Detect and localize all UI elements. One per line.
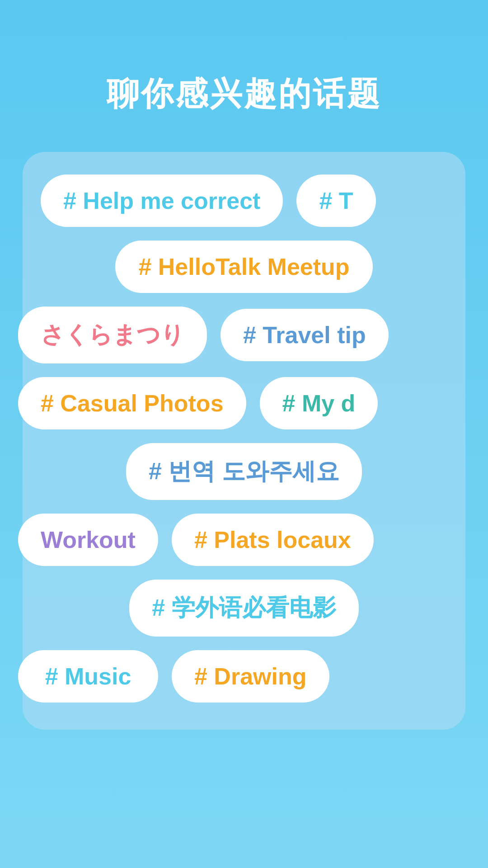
- tag-help-me-correct[interactable]: # Help me correct: [41, 175, 283, 227]
- tags-row-1: # Help me correct # T: [41, 175, 447, 227]
- tag-t-partial[interactable]: # T: [296, 175, 375, 227]
- tags-row-3: さくらまつり # Travel tip: [18, 307, 447, 363]
- tags-container: # Help me correct # T # HelloTalk Meetup…: [23, 152, 465, 730]
- tags-row-2: # HelloTalk Meetup: [41, 241, 447, 293]
- page-title: 聊你感兴趣的话题: [0, 0, 488, 152]
- tag-plats-locaux[interactable]: # Plats locaux: [172, 514, 374, 566]
- tags-row-5: # 번역 도와주세요: [41, 443, 447, 500]
- tag-workout[interactable]: Workout: [18, 514, 158, 566]
- tag-translate-help[interactable]: # 번역 도와주세요: [126, 443, 362, 500]
- tag-my-d[interactable]: # My d: [260, 377, 378, 429]
- tags-row-6: Workout # Plats locaux: [18, 514, 447, 566]
- tag-drawing[interactable]: # Drawing: [172, 650, 329, 703]
- tags-row-7: # 学外语必看电影: [41, 580, 447, 637]
- tags-row-4: # Casual Photos # My d: [18, 377, 447, 429]
- tag-casual-photos[interactable]: # Casual Photos: [18, 377, 246, 429]
- tag-music[interactable]: # Music: [18, 650, 158, 703]
- tag-sakura-matsuri[interactable]: さくらまつり: [18, 307, 207, 363]
- tag-hellotalk-meetup[interactable]: # HelloTalk Meetup: [115, 241, 373, 293]
- tag-travel-tip[interactable]: # Travel tip: [221, 309, 389, 361]
- tags-row-8: # Music # Drawing: [18, 650, 447, 703]
- tag-language-movies[interactable]: # 学外语必看电影: [129, 580, 358, 637]
